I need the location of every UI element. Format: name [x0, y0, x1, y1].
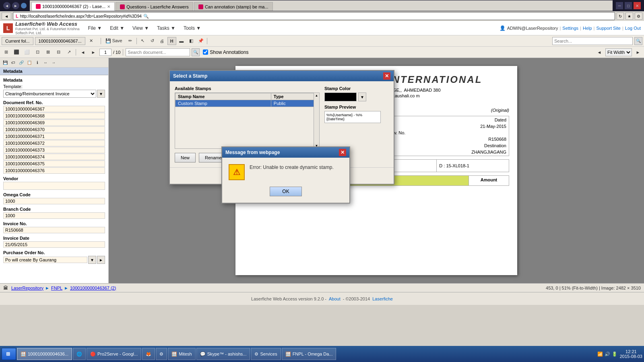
zoom-out-btn[interactable]: ◄: [595, 48, 604, 56]
doc-ref-value-3[interactable]: 1000100000046370: [3, 126, 105, 133]
ok-button[interactable]: OK: [270, 187, 302, 196]
doc-ref-value-1[interactable]: 1000100000046368: [3, 113, 105, 119]
logout-link[interactable]: Log Out: [625, 26, 641, 31]
zoom-in-btn[interactable]: ►: [634, 48, 642, 56]
pin-btn[interactable]: 📌: [196, 37, 205, 45]
settings-link[interactable]: Settings: [562, 26, 578, 31]
start-button[interactable]: ⊞: [2, 348, 16, 360]
doc-ref-value-7[interactable]: 1000100000046374: [3, 154, 105, 160]
meta-arrow-btn[interactable]: →: [50, 59, 57, 66]
search-button[interactable]: 🔍: [634, 37, 642, 45]
status-folder-link[interactable]: FNPL: [51, 286, 62, 290]
tab-close-icon[interactable]: ✕: [107, 4, 110, 9]
stamp-row-selected[interactable]: Custom Stamp Public: [175, 100, 319, 107]
minimize-button[interactable]: ─: [616, 2, 623, 9]
meta-copy-btn[interactable]: 📋: [26, 59, 33, 66]
doc-ref-value-2[interactable]: 1000100000046369: [3, 119, 105, 126]
edit-btn[interactable]: ✏: [126, 37, 135, 45]
doc-tools-2[interactable]: ⬛: [12, 48, 21, 56]
doc-tools-5[interactable]: ⊠: [43, 48, 52, 56]
highlight-btn[interactable]: ◧: [187, 37, 196, 45]
menu-file[interactable]: File ▼: [85, 24, 106, 32]
doc-search-btn[interactable]: 🔍: [192, 48, 200, 56]
vendor-value[interactable]: [3, 182, 105, 190]
meta-info-btn[interactable]: ℹ: [34, 59, 41, 66]
msg-close-btn[interactable]: ✕: [339, 149, 346, 156]
home-button[interactable]: [21, 3, 27, 8]
new-button[interactable]: New: [175, 153, 196, 162]
color-dropdown-btn[interactable]: ▼: [358, 93, 366, 101]
doc-tools-left[interactable]: ⊞: [2, 48, 10, 56]
doc-search-input[interactable]: [126, 48, 190, 56]
support-site-link[interactable]: Support Site: [596, 26, 621, 31]
arrow-btn[interactable]: ↖: [138, 37, 147, 45]
print-btn[interactable]: 🖨: [158, 37, 167, 45]
color-swatch[interactable]: [324, 93, 357, 101]
doc-ref-value-5[interactable]: 1000100000046372: [3, 140, 105, 146]
maximize-button[interactable]: □: [625, 2, 632, 9]
scroll-up-btn[interactable]: ▲: [315, 94, 318, 97]
metadata-tab[interactable]: Metadata: [0, 68, 108, 75]
show-annotations-checkbox[interactable]: [203, 49, 208, 55]
menu-view[interactable]: View ▼: [129, 24, 153, 32]
tab-questions[interactable]: Questions - Laserfiche Answers: [116, 2, 193, 11]
po-value[interactable]: Po will create By Gaurang: [3, 257, 87, 263]
current-folder-btn[interactable]: Current fol...: [2, 37, 33, 45]
doc-tools-4[interactable]: ⊡: [33, 48, 42, 56]
doc-tools-3[interactable]: ⬜: [23, 48, 31, 56]
favorites-button[interactable]: ★: [625, 12, 633, 20]
taskbar-laserfiche[interactable]: 🪟 100010000004636...: [17, 348, 72, 360]
doc-tools-6[interactable]: ⊟: [54, 48, 63, 56]
template-expand-btn[interactable]: ▼: [97, 90, 105, 98]
rect-btn[interactable]: ▬: [177, 37, 186, 45]
po-next-btn[interactable]: ►: [97, 256, 105, 264]
invoice-date-value[interactable]: 21/05/2015: [3, 241, 105, 248]
doc-ref-value-6[interactable]: 1000100000046373: [3, 147, 105, 153]
header-H-btn[interactable]: H: [167, 37, 176, 45]
forward-button[interactable]: ►: [12, 2, 19, 9]
invoice-no-value[interactable]: R150668: [3, 227, 105, 233]
meta-save-btn[interactable]: 💾: [2, 59, 9, 66]
doc-ref-value-0[interactable]: 1000100000046367: [3, 106, 105, 112]
branch-code-value[interactable]: 1000: [3, 212, 105, 219]
menu-edit[interactable]: Edit ▼: [106, 24, 128, 32]
back-button[interactable]: ◄: [3, 2, 10, 9]
stamp-dialog-close-btn[interactable]: ✕: [383, 72, 390, 80]
close-button[interactable]: ✕: [634, 2, 641, 9]
taskbar-pro2serve[interactable]: 🔴 Pro2Serve - Googl...: [87, 348, 141, 360]
template-select[interactable]: Clearing/Reimbursement Invoice: [3, 90, 96, 98]
taskbar-fnpl[interactable]: 🪟 FNPL - Omega Da...: [282, 348, 336, 360]
about-link[interactable]: About: [329, 296, 341, 301]
search-input[interactable]: [552, 37, 633, 45]
menu-tasks[interactable]: Tasks ▼: [153, 24, 179, 32]
taskbar-firefox[interactable]: 🦊: [142, 348, 155, 360]
doc-ref-value-8[interactable]: 1000100000046375: [3, 160, 105, 167]
tools-button[interactable]: ⚙: [635, 12, 642, 20]
rotate-btn[interactable]: ↺: [148, 37, 157, 45]
save-button[interactable]: 💾 Save: [103, 37, 125, 45]
doc-ref-value-4[interactable]: 1000100000046371: [3, 133, 105, 140]
taskbar-skype[interactable]: 💬 Skype™ - ashishs...: [196, 348, 250, 360]
stamps-scrollbar[interactable]: ▲ ▼: [314, 93, 319, 148]
refresh-button[interactable]: ↻: [617, 12, 624, 20]
next-page-btn[interactable]: ►: [89, 48, 98, 56]
doc-ref-value-9[interactable]: 1000100000046376: [3, 167, 105, 174]
meta-expand-btn[interactable]: ↔: [42, 59, 49, 66]
taskbar-mitesh[interactable]: 🪟 Mitesh: [168, 348, 195, 360]
taskbar-services[interactable]: ⚙ Services: [251, 348, 281, 360]
page-number-input[interactable]: [99, 49, 111, 56]
fit-width-select[interactable]: Fit Width: [605, 48, 632, 56]
tab-laserfiche[interactable]: 1000100000046367 (2) - Lase... ✕: [31, 2, 115, 11]
address-back[interactable]: ◄: [2, 12, 11, 20]
menu-tools[interactable]: Tools ▼: [180, 24, 204, 32]
status-doc-link[interactable]: 1000100000046367 (2): [70, 286, 116, 290]
taskbar-tools[interactable]: ⚙: [156, 348, 167, 360]
prev-page-btn[interactable]: ◄: [78, 48, 87, 56]
close-doc-btn[interactable]: ✕: [87, 37, 96, 45]
taskbar-ie[interactable]: 🌐: [73, 348, 86, 360]
tab-annotation[interactable]: Can annotation (stamp) be ma...: [194, 2, 273, 11]
status-repo-link[interactable]: LaserRepository: [11, 286, 43, 290]
address-bar[interactable]: L http://localhost/laserfiche/index.aspx…: [13, 12, 615, 20]
doc-tools-7[interactable]: ↗: [64, 48, 73, 56]
omega-code-value[interactable]: 1000: [3, 198, 105, 204]
